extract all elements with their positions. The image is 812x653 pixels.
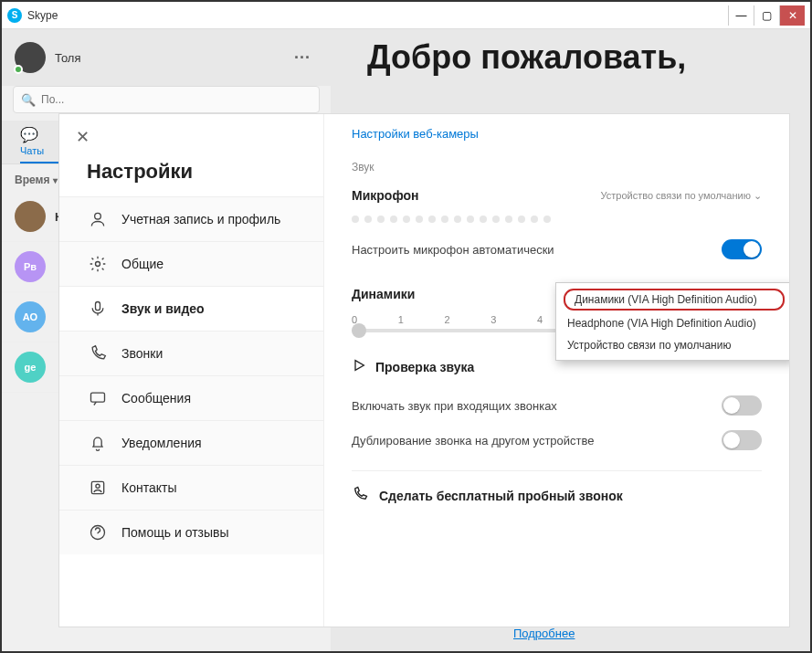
webcam-settings-link[interactable]: Настройки веб-камеры xyxy=(352,127,762,141)
ring-incoming-toggle[interactable] xyxy=(722,395,762,416)
search-input[interactable] xyxy=(41,93,311,106)
svg-point-0 xyxy=(95,213,101,219)
svg-rect-3 xyxy=(91,393,105,402)
nav-contacts[interactable]: Контакты xyxy=(59,465,323,510)
microphone-label: Микрофон xyxy=(352,188,418,203)
close-settings-button[interactable]: ✕ xyxy=(59,114,323,160)
message-icon xyxy=(87,389,109,407)
free-test-call-button[interactable]: Сделать бесплатный пробный звонок xyxy=(352,470,762,505)
svg-marker-7 xyxy=(355,361,364,371)
duplicate-ring-label: Дублирование звонка на другом устройстве xyxy=(352,434,595,448)
window-title: Skype xyxy=(27,9,728,22)
contact-avatar xyxy=(15,201,46,232)
presence-online-icon xyxy=(14,65,23,74)
window-title-bar: S Skype — ▢ ✕ xyxy=(2,2,810,29)
speakers-label: Динамики xyxy=(352,287,415,301)
contact-avatar: АО xyxy=(15,301,46,332)
close-button[interactable]: ✕ xyxy=(779,5,805,26)
minimize-button[interactable]: — xyxy=(728,5,754,26)
profile-name: Толя xyxy=(55,51,294,65)
chevron-down-icon: ⌄ xyxy=(754,190,762,201)
nav-general[interactable]: Общие xyxy=(59,241,323,286)
skype-logo-icon: S xyxy=(7,8,22,23)
nav-help[interactable]: Помощь и отзывы xyxy=(59,510,323,554)
speaker-device-dropdown: Динамики (VIA High Definition Audio) Hea… xyxy=(555,282,789,361)
gear-icon xyxy=(87,255,109,273)
dropdown-option-speakers-via[interactable]: Динамики (VIA High Definition Audio) xyxy=(564,289,785,311)
maximize-button[interactable]: ▢ xyxy=(754,5,779,26)
auto-mic-toggle[interactable] xyxy=(722,239,762,259)
slider-thumb[interactable] xyxy=(352,323,366,338)
profile-row[interactable]: Толя ··· xyxy=(2,29,331,86)
chevron-down-icon: ▾ xyxy=(53,175,58,185)
contact-avatar: Рв xyxy=(15,251,46,282)
nav-calls[interactable]: Звонки xyxy=(59,331,323,375)
settings-modal: ✕ Настройки Учетная запись и профиль Общ… xyxy=(58,113,790,627)
nav-notifications[interactable]: Уведомления xyxy=(59,420,323,465)
duplicate-ring-toggle[interactable] xyxy=(722,430,762,450)
speaker-volume-slider[interactable]: 0 1 2 3 4 5 xyxy=(352,309,589,345)
nav-audio-video[interactable]: Звук и видео xyxy=(59,286,323,331)
settings-title: Настройки xyxy=(59,160,323,196)
ring-incoming-label: Включать звук при входящих звонках xyxy=(352,399,557,413)
microphone-icon xyxy=(87,300,109,318)
svg-point-1 xyxy=(96,262,100,267)
svg-rect-2 xyxy=(96,302,100,311)
svg-point-5 xyxy=(96,484,100,488)
search-icon: 🔍 xyxy=(21,93,36,107)
settings-content: Настройки веб-камеры Звук Микрофон Устро… xyxy=(324,114,789,627)
nav-account[interactable]: Учетная запись и профиль xyxy=(59,196,323,241)
phone-icon xyxy=(87,344,109,363)
dropdown-option-headphone-via[interactable]: Headphone (VIA High Definition Audio) xyxy=(556,312,789,334)
avatar[interactable] xyxy=(15,42,46,73)
search-box[interactable]: 🔍 xyxy=(13,86,320,113)
help-icon xyxy=(87,523,109,542)
more-menu-button[interactable]: ··· xyxy=(294,48,311,68)
nav-messages[interactable]: Сообщения xyxy=(59,375,323,420)
bell-icon xyxy=(87,434,109,452)
microphone-device-selector[interactable]: Устройство связи по умолчанию ⌄ xyxy=(600,190,762,202)
play-icon xyxy=(352,358,366,375)
auto-mic-label: Настроить микрофон автоматически xyxy=(352,243,554,257)
phone-icon xyxy=(352,486,368,505)
mic-level-meter xyxy=(352,210,762,232)
sound-section-label: Звук xyxy=(352,161,762,174)
settings-nav: ✕ Настройки Учетная запись и профиль Общ… xyxy=(59,114,324,627)
contact-avatar: ge xyxy=(15,352,46,383)
contacts-icon xyxy=(87,479,109,497)
welcome-heading: Добро пожаловать, xyxy=(367,38,686,77)
learn-more-link[interactable]: Подробнее xyxy=(513,627,575,640)
person-icon xyxy=(87,210,109,228)
dropdown-option-default-device[interactable]: Устройство связи по умолчанию xyxy=(556,334,789,356)
